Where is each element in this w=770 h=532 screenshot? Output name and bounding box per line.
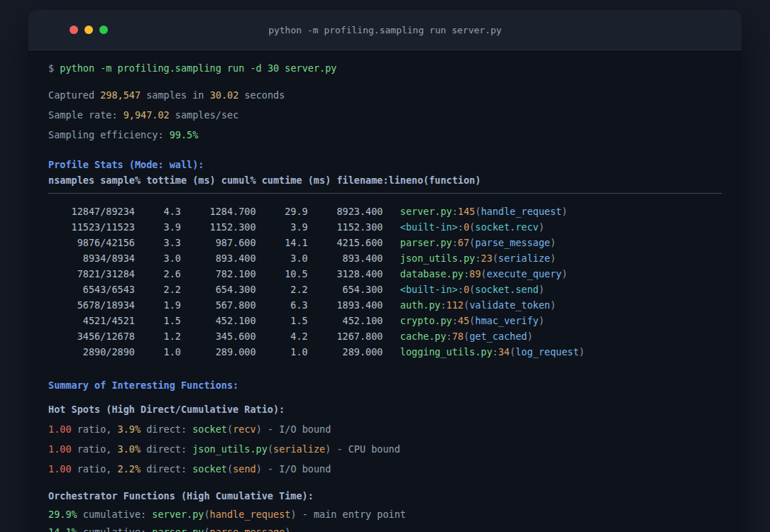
row-filename: server.py	[400, 206, 452, 217]
row-paren-open: (	[469, 221, 475, 233]
samples-count: 298,547	[100, 89, 141, 101]
row-metrics: 3456/12678 1.2 345.600 4.2 1267.800	[48, 331, 400, 342]
orchestrator-function: handle_request	[210, 509, 291, 520]
row-colon: :	[446, 331, 452, 342]
stats-columns-header: nsamples sample% tottime (ms) cumul% cum…	[48, 172, 722, 188]
row-filename: auth.py	[400, 299, 441, 311]
row-metrics: 8934/8934 3.0 893.400 3.0 893.400	[48, 253, 400, 264]
orchestrators-list: 29.9% cumulative: server.py(handle_reque…	[48, 506, 722, 532]
row-filename: parser.py	[400, 237, 452, 248]
hot-spots-list: 1.00 ratio, 3.9% direct: socket(recv) - …	[48, 419, 722, 479]
row-function: hmac_verify	[475, 315, 539, 326]
hot-spot-item: 1.00 ratio, 3.0% direct: json_utils.py(s…	[48, 439, 722, 459]
sample-rate-value: 9,947.02	[123, 109, 170, 121]
row-lineno: 34	[498, 346, 510, 358]
row-function: socket.recv	[475, 221, 539, 233]
table-row: 3456/12678 1.2 345.600 4.2 1267.800 cach…	[48, 328, 722, 344]
row-colon: :	[452, 237, 458, 248]
row-paren-open: (	[469, 315, 475, 326]
terminal-output[interactable]: $ python -m profiling.sampling run -d 30…	[28, 50, 742, 532]
row-colon: :	[493, 346, 498, 358]
row-function: validate_token	[469, 299, 550, 311]
hotspot-target: json_utils.py	[192, 443, 268, 455]
row-function: serialize	[498, 253, 550, 264]
hotspot-ratio: 1.00	[48, 443, 72, 455]
row-function: execute_query	[487, 268, 562, 279]
sample-rate-line: Sample rate: 9,947.02 samples/sec	[48, 107, 722, 123]
table-row: 6543/6543 2.2 654.300 2.2 654.300 <built…	[48, 282, 722, 297]
row-metrics: 4521/4521 1.5 452.100 1.5 452.100	[48, 315, 400, 326]
row-filename: logging_utils.py	[400, 346, 493, 358]
efficiency-line: Sampling efficiency: 99.5%	[48, 127, 722, 143]
orchestrator-function: parse_message	[210, 526, 285, 532]
row-paren-open: (	[481, 268, 487, 279]
row-filename: <built-in>	[400, 284, 458, 295]
orchestrators-heading: Orchestrator Functions (High Cumulative …	[48, 488, 722, 504]
row-colon: :	[452, 315, 458, 326]
window-title: python -m profiling.sampling run server.…	[28, 10, 742, 50]
hot-spot-item: 1.00 ratio, 2.2% direct: socket(send) - …	[48, 459, 722, 479]
stats-table-body: 12847/89234 4.3 1284.700 29.9 8923.400 s…	[48, 204, 722, 360]
table-row: 2890/2890 1.0 289.000 1.0 289.000 loggin…	[48, 344, 722, 360]
row-paren-close: )	[539, 284, 544, 295]
row-paren-open: (	[493, 253, 498, 264]
table-row: 4521/4521 1.5 452.100 1.5 452.100 crypto…	[48, 313, 722, 328]
hotspot-target: socket	[192, 463, 227, 475]
titlebar: python -m profiling.sampling run server.…	[28, 10, 742, 50]
row-paren-close: )	[550, 253, 556, 264]
row-metrics: 11523/11523 3.9 1152.300 3.9 1152.300	[48, 221, 400, 233]
table-row: 12847/89234 4.3 1284.700 29.9 8923.400 s…	[48, 204, 722, 219]
efficiency-label: Sampling efficiency:	[48, 129, 164, 140]
orchestrator-target: parser.py	[152, 526, 204, 532]
row-metrics: 9876/42156 3.3 987.600 14.1 4215.600	[48, 237, 400, 248]
captured-unit: seconds	[244, 89, 285, 101]
row-colon: :	[452, 206, 458, 217]
hotspot-target: socket	[192, 423, 227, 435]
prompt-line: $ python -m profiling.sampling run -d 30…	[48, 60, 722, 76]
row-filename: cache.py	[400, 331, 446, 342]
row-paren-open: (	[475, 206, 480, 217]
row-colon: :	[458, 221, 463, 233]
row-paren-open: (	[469, 237, 475, 248]
command-text: python -m profiling.sampling run -d 30 s…	[60, 62, 336, 74]
row-lineno: 45	[458, 315, 469, 326]
table-row: 5678/18934 1.9 567.800 6.3 1893.400 auth…	[48, 297, 722, 313]
row-filename: crypto.py	[400, 315, 452, 326]
captured-label: Captured	[48, 89, 94, 101]
row-lineno: 67	[458, 237, 469, 248]
row-lineno: 78	[452, 331, 463, 342]
row-colon: :	[458, 284, 463, 295]
captured-line: Captured 298,547 samples in 30.02 second…	[48, 87, 722, 103]
row-metrics: 5678/18934 1.9 567.800 6.3 1893.400	[48, 299, 400, 311]
hotspot-function: send	[233, 463, 256, 475]
orchestrator-percent: 29.9%	[48, 509, 77, 520]
hotspot-ratio: 1.00	[48, 423, 72, 435]
row-colon: :	[441, 299, 446, 311]
hot-spots-heading: Hot Spots (High Direct/Cumulative Ratio)…	[48, 401, 722, 417]
captured-mid: samples in	[146, 89, 204, 101]
hotspot-percent: 2.2%	[118, 463, 141, 475]
row-paren-open: (	[469, 284, 475, 295]
hot-spot-item: 1.00 ratio, 3.9% direct: socket(recv) - …	[48, 419, 722, 439]
hotspot-ratio: 1.00	[48, 463, 72, 475]
row-function: socket.send	[475, 284, 539, 295]
header-divider	[48, 193, 722, 194]
row-colon: :	[475, 253, 480, 264]
row-function: parse_message	[475, 237, 551, 248]
orchestrator-percent: 14.1%	[48, 526, 77, 532]
hotspot-function: recv	[233, 423, 256, 435]
hotspot-percent: 3.9%	[118, 423, 141, 435]
table-row: 8934/8934 3.0 893.400 3.0 893.400 json_u…	[48, 250, 722, 266]
orchestrator-item: 14.1% cumulative: parser.py(parse_messag…	[48, 523, 722, 532]
row-function: handle_request	[481, 206, 562, 217]
efficiency-value: 99.5%	[170, 129, 199, 140]
row-metrics: 6543/6543 2.2 654.300 2.2 654.300	[48, 284, 400, 295]
summary-heading: Summary of Interesting Functions:	[48, 377, 722, 393]
orchestrator-item: 29.9% cumulative: server.py(handle_reque…	[48, 506, 722, 523]
orchestrator-target: server.py	[152, 509, 204, 520]
row-lineno: 23	[481, 253, 493, 264]
row-metrics: 2890/2890 1.0 289.000 1.0 289.000	[48, 346, 400, 358]
row-paren-close: )	[561, 206, 567, 217]
sample-rate-label: Sample rate:	[48, 109, 118, 121]
row-paren-close: )	[550, 237, 556, 248]
